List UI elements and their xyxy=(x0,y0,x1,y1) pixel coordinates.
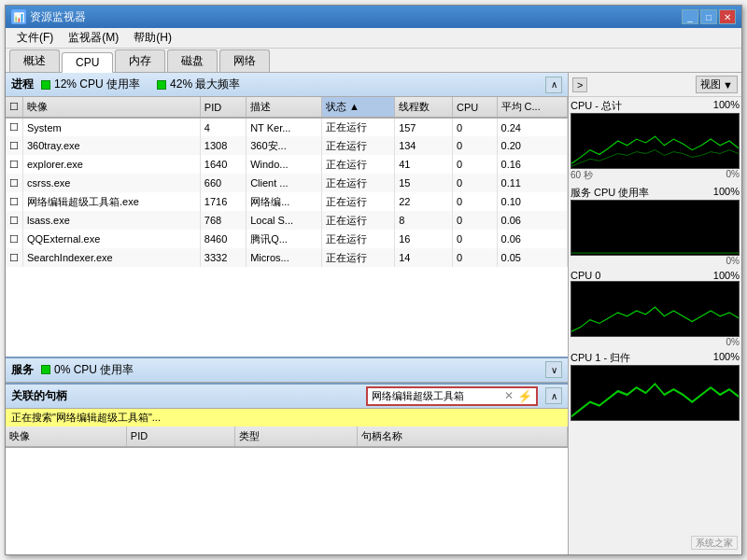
col-h-pid[interactable]: PID xyxy=(126,427,234,447)
search-input[interactable] xyxy=(372,390,500,401)
row-pid: 1716 xyxy=(200,192,246,211)
graph-cpu-total-time: 60 秒 xyxy=(571,169,593,182)
handles-section: 关联的句柄 ✕ ⚡ ∧ 正在搜索"网络编辑超级工具箱"... xyxy=(6,385,568,554)
tab-cpu[interactable]: CPU xyxy=(62,52,113,73)
services-title: 服务 xyxy=(11,362,34,378)
view-dropdown-icon: ▼ xyxy=(723,79,733,91)
row-desc: 腾讯Q... xyxy=(247,230,322,248)
search-clear-btn[interactable]: ✕ xyxy=(504,389,514,402)
graph-cpu0-max: 100% xyxy=(713,270,740,281)
cpu-usage-indicator: 12% CPU 使用率 xyxy=(41,77,140,92)
table-row[interactable]: ☐ QQExternal.exe 8460 腾讯Q... 正在运行 16 0 0… xyxy=(6,230,568,248)
maximize-button[interactable]: □ xyxy=(700,9,717,24)
close-button[interactable]: ✕ xyxy=(719,9,736,24)
row-cpu: 0 xyxy=(453,118,498,136)
services-header: 服务 0% CPU 使用率 ∨ xyxy=(6,358,568,383)
row-status: 正在运行 xyxy=(322,174,395,192)
row-pid: 1640 xyxy=(200,155,246,174)
table-row[interactable]: ☐ csrss.exe 660 Client ... 正在运行 15 0 0.1… xyxy=(6,174,568,192)
row-check[interactable]: ☐ xyxy=(6,192,23,211)
process-collapse-btn[interactable]: ∧ xyxy=(545,77,562,93)
col-h-image[interactable]: 映像 xyxy=(6,427,126,447)
view-btn[interactable]: 视图 ▼ xyxy=(696,76,738,93)
graph-cpu0: CPU 0 100% 0% xyxy=(571,270,740,347)
graph-cpu-total-max: 100% xyxy=(713,99,740,113)
row-desc: Windo... xyxy=(247,155,322,174)
col-threads[interactable]: 线程数 xyxy=(395,97,453,118)
menu-help[interactable]: 帮助(H) xyxy=(126,28,179,48)
table-row[interactable]: ☐ 网络编辑超级工具箱.exe 1716 网络编... 正在运行 22 0 0.… xyxy=(6,192,568,211)
row-check[interactable]: ☐ xyxy=(6,118,23,136)
row-pid: 8460 xyxy=(200,230,246,248)
graph-cpu0-min: 0% xyxy=(726,337,740,347)
row-check[interactable]: ☐ xyxy=(6,174,23,192)
table-row[interactable]: ☐ explorer.exe 1640 Windo... 正在运行 41 0 0… xyxy=(6,155,568,174)
row-check[interactable]: ☐ xyxy=(6,136,23,155)
col-pid[interactable]: PID xyxy=(200,97,246,118)
process-title: 进程 xyxy=(11,77,34,92)
main-window: 📊 资源监视器 _ □ ✕ 文件(F) 监视器(M) 帮助(H) 概述 CPU … xyxy=(5,5,742,555)
row-image: 网络编辑超级工具箱.exe xyxy=(23,192,201,211)
row-cpu: 0 xyxy=(453,248,498,267)
row-threads: 15 xyxy=(395,174,453,192)
process-section: 进程 12% CPU 使用率 42% 最大频率 ∧ xyxy=(6,73,568,358)
col-check[interactable]: ☐ xyxy=(6,97,23,118)
row-status: 正在运行 xyxy=(322,192,395,211)
tab-disk[interactable]: 磁盘 xyxy=(167,49,218,72)
tab-overview[interactable]: 概述 xyxy=(9,49,60,72)
handles-collapse-btn[interactable]: ∧ xyxy=(545,387,562,404)
max-freq-label: 42% 最大频率 xyxy=(170,77,240,92)
row-cpu: 0 xyxy=(453,211,498,230)
col-desc[interactable]: 描述 xyxy=(247,97,322,118)
table-row[interactable]: ☐ 360tray.exe 1308 360安... 正在运行 134 0 0.… xyxy=(6,136,568,155)
minimize-button[interactable]: _ xyxy=(682,9,698,24)
green-dot-2 xyxy=(157,80,166,90)
col-status[interactable]: 状态 ▲ xyxy=(322,97,395,118)
col-avg[interactable]: 平均 C... xyxy=(497,97,567,118)
row-avg: 0.16 xyxy=(497,155,567,174)
table-row[interactable]: ☐ System 4 NT Ker... 正在运行 157 0 0.24 xyxy=(6,118,568,136)
row-desc: Micros... xyxy=(247,248,322,267)
services-collapse-btn[interactable]: ∨ xyxy=(545,361,562,378)
col-cpu[interactable]: CPU xyxy=(453,97,498,118)
graph-cpu-total: CPU - 总计 100% 60 秒 0% xyxy=(571,99,740,182)
row-check[interactable]: ☐ xyxy=(6,230,23,248)
col-image[interactable]: 映像 xyxy=(23,97,201,118)
table-row[interactable]: ☐ lsass.exe 768 Local S... 正在运行 8 0 0.06 xyxy=(6,211,568,230)
cpu-usage-label: 12% CPU 使用率 xyxy=(54,77,140,92)
row-check[interactable]: ☐ xyxy=(6,155,23,174)
max-freq-indicator: 42% 最大频率 xyxy=(157,77,240,92)
menu-monitor[interactable]: 监视器(M) xyxy=(61,28,126,48)
row-pid: 768 xyxy=(200,211,246,230)
menu-file[interactable]: 文件(F) xyxy=(9,28,61,48)
row-check[interactable]: ☐ xyxy=(6,248,23,267)
tab-network[interactable]: 网络 xyxy=(219,49,270,72)
row-threads: 134 xyxy=(395,136,453,155)
graph-cpu-total-min: 0% xyxy=(726,169,740,182)
row-check[interactable]: ☐ xyxy=(6,211,23,230)
graph-cpu0-label: CPU 0 xyxy=(571,270,600,281)
right-panel: > 视图 ▼ CPU - 总计 100% xyxy=(569,73,741,554)
row-threads: 14 xyxy=(395,248,453,267)
title-bar: 📊 资源监视器 _ □ ✕ xyxy=(6,6,741,28)
main-content: 进程 12% CPU 使用率 42% 最大频率 ∧ xyxy=(6,73,741,554)
row-threads: 22 xyxy=(395,192,453,211)
row-threads: 8 xyxy=(395,211,453,230)
graph-cpu1-label: CPU 1 - 归仵 xyxy=(571,351,630,365)
handles-table: 映像 PID 类型 句柄名称 xyxy=(6,427,568,554)
tab-memory[interactable]: 内存 xyxy=(115,49,165,72)
row-image: 360tray.exe xyxy=(23,136,201,155)
col-h-name[interactable]: 句柄名称 xyxy=(358,427,568,447)
row-cpu: 0 xyxy=(453,230,498,248)
row-avg: 0.20 xyxy=(497,136,567,155)
row-desc: Local S... xyxy=(247,211,322,230)
search-bar: ✕ ⚡ xyxy=(366,386,538,406)
search-lightning-icon[interactable]: ⚡ xyxy=(517,389,532,403)
process-header: 进程 12% CPU 使用率 42% 最大频率 ∧ xyxy=(6,73,568,97)
table-row[interactable]: ☐ SearchIndexer.exe 3332 Micros... 正在运行 … xyxy=(6,248,568,267)
right-expand-btn[interactable]: > xyxy=(572,77,587,92)
col-h-type[interactable]: 类型 xyxy=(234,427,357,447)
row-desc: Client ... xyxy=(247,174,322,192)
row-cpu: 0 xyxy=(453,155,498,174)
left-panel: 进程 12% CPU 使用率 42% 最大频率 ∧ xyxy=(6,73,569,554)
